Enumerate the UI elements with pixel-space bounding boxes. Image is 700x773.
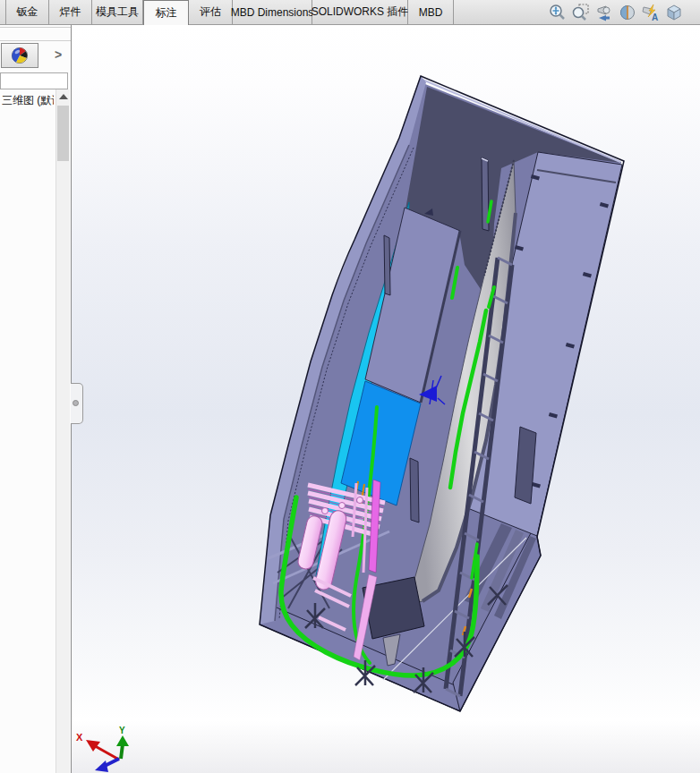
zoom-to-fit-icon[interactable] — [548, 3, 567, 21]
scrollbar-thumb[interactable] — [57, 106, 69, 161]
tab-annotation[interactable]: 标注 — [143, 0, 189, 25]
splitter-grip-icon — [73, 400, 79, 406]
tab-mold-tools[interactable]: 模具工具 — [92, 0, 143, 24]
tab-solidworks-addins[interactable]: SOLIDWORKS 插件 — [312, 0, 408, 24]
feature-tree-scrollbar[interactable] — [55, 89, 70, 773]
display-style-icon[interactable] — [664, 3, 683, 21]
scroll-up-arrow-icon[interactable] — [59, 94, 68, 99]
previous-view-icon[interactable] — [594, 3, 613, 21]
feature-tree-root-item[interactable]: 三维图 (默认 — [2, 93, 54, 107]
zoom-to-area-icon[interactable] — [571, 3, 590, 21]
tab-mbd-dimensions[interactable]: MBD Dimensions — [233, 0, 312, 24]
panel-expand-button[interactable]: > — [50, 47, 66, 63]
panel-splitter-handle[interactable] — [71, 383, 83, 424]
tab-weldments[interactable]: 焊件 — [49, 0, 92, 24]
solidworks-window: X Y 钣金 焊件 模具工具 标注 评估 MBD Dimensions SOLI… — [0, 0, 700, 773]
feature-tree-filter-input[interactable] — [0, 72, 68, 89]
hide-show-annotations-icon[interactable]: A — [641, 3, 660, 21]
svg-text:A: A — [652, 13, 658, 22]
headsup-view-toolbar: A — [548, 3, 683, 21]
tab-sheet-metal[interactable]: 钣金 — [6, 0, 49, 24]
tab-partial[interactable] — [0, 0, 6, 24]
section-view-icon[interactable] — [618, 3, 636, 21]
feature-manager-tab-button[interactable] — [1, 43, 38, 68]
tab-evaluate[interactable]: 评估 — [189, 0, 233, 24]
graphics-viewport[interactable] — [72, 25, 700, 773]
feature-manager-panel: > 三维图 (默认 — [0, 25, 72, 773]
part-appearance-icon — [11, 47, 29, 64]
tab-mbd[interactable]: MBD — [408, 0, 454, 24]
